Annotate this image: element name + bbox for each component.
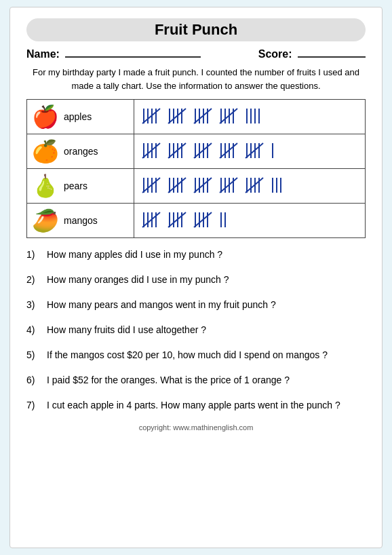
question-item: 4) How many fruits did I use altogether …	[26, 323, 366, 337]
question-text: If the mangos cost $20 per 10, how much …	[47, 348, 328, 362]
question-text: How many oranges did I use in my punch ?	[47, 273, 229, 287]
intro-text: For my birthday party I made a fruit pun…	[26, 66, 366, 92]
pears-label: pears	[64, 180, 87, 191]
oranges-icon: 🍊	[31, 137, 60, 166]
page-title: Fruit Punch	[26, 18, 366, 41]
question-number: 1)	[26, 248, 41, 262]
mangos-label: mangos	[64, 215, 98, 226]
pears-tally	[134, 169, 366, 204]
question-text: I paid $52 for the oranges. What is the …	[47, 373, 290, 387]
pears-icon: 🍐	[31, 172, 60, 200]
apples-label: apples	[64, 111, 92, 122]
table-row: 🍐 pears	[27, 169, 366, 204]
page: Fruit Punch Name: Score: For my birthday…	[9, 7, 383, 548]
question-number: 2)	[26, 273, 41, 287]
table-row: 🍊 oranges	[27, 134, 366, 169]
apples-tally	[134, 100, 366, 134]
mangos-tally	[134, 204, 366, 238]
table-row: 🍎 apples	[27, 100, 366, 134]
copyright: copyright: www.mathinenglish.com	[26, 423, 366, 432]
questions-section: 1) How many apples did I use in my punch…	[26, 248, 366, 413]
mangos-icon: 🥭	[31, 206, 60, 235]
oranges-tally	[134, 134, 366, 169]
question-text: How many pears and mangos went in my fru…	[47, 298, 276, 312]
score-field: Score:	[258, 48, 366, 60]
apples-icon: 🍎	[31, 102, 60, 131]
question-item: 3) How many pears and mangos went in my …	[26, 298, 366, 312]
question-item: 6) I paid $52 for the oranges. What is t…	[26, 373, 366, 387]
question-number: 4)	[26, 323, 41, 337]
question-text: How many apples did I use in my punch ?	[47, 248, 222, 262]
question-item: 5) If the mangos cost $20 per 10, how mu…	[26, 348, 366, 362]
question-number: 6)	[26, 373, 41, 387]
question-item: 7) I cut each apple in 4 parts. How many…	[26, 398, 366, 413]
question-number: 5)	[26, 348, 41, 362]
tally-table: 🍎 apples 🍊 oranges 🍐 pears 🥭 mangos	[26, 99, 366, 238]
question-item: 2) How many oranges did I use in my punc…	[26, 273, 366, 287]
score-line	[298, 56, 366, 58]
name-field: Name:	[26, 48, 201, 60]
question-number: 3)	[26, 298, 41, 312]
oranges-label: oranges	[64, 146, 98, 157]
name-line	[65, 56, 201, 58]
question-text: How many fruits did I use altogether ?	[47, 323, 206, 337]
name-score-row: Name: Score:	[26, 48, 366, 60]
question-text: I cut each apple in 4 parts. How many ap…	[47, 398, 340, 413]
question-number: 7)	[26, 398, 41, 413]
table-row: 🥭 mangos	[27, 204, 366, 238]
question-item: 1) How many apples did I use in my punch…	[26, 248, 366, 262]
